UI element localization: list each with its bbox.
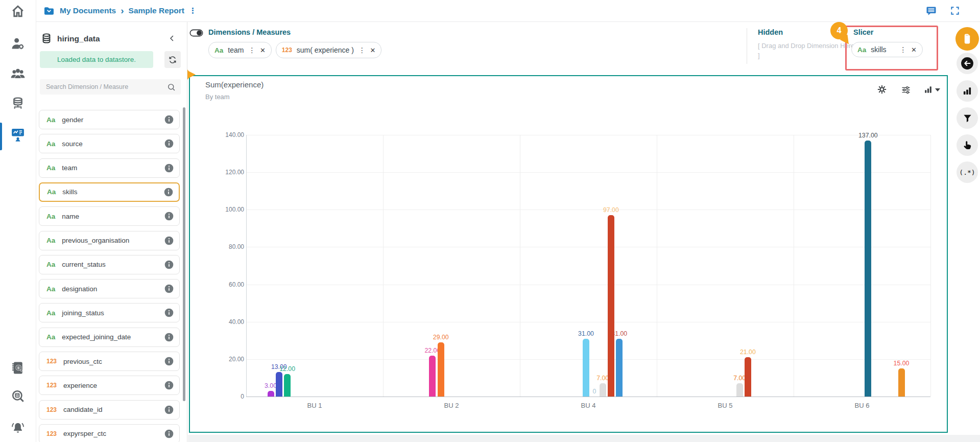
chip-team[interactable]: Aa team ⋮ ✕ [208,42,272,58]
field-item-skills[interactable]: Aaskills [39,182,180,202]
field-item-expyrsper_ctc[interactable]: 123expyrsper_ctc [39,424,180,442]
field-label: team [62,164,157,172]
bar-BU4-7.00[interactable] [600,383,606,397]
sidebar-item-datastores[interactable] [0,97,36,111]
bar-BU1-13.00[interactable] [276,372,282,397]
refresh-button[interactable] [164,51,181,68]
field-item-candidate_id[interactable]: 123candidate_id [39,400,180,420]
back-button[interactable] [957,53,978,74]
bar-BU5-21.00[interactable] [745,357,751,397]
slicer-chip-skills[interactable]: Aa skills ⋮ ✕ [851,42,923,57]
gridline [246,135,930,135]
breadcrumb-root[interactable]: My Documents [60,6,116,15]
folder-icon[interactable] [43,5,55,17]
sidebar-item-user-groups[interactable] [0,66,36,81]
chip-close-icon[interactable]: ✕ [911,46,917,54]
chart-widgets-button[interactable] [957,80,978,102]
chip-sum-experience[interactable]: 123 sum( experience ) ⋮ ✕ [276,42,381,58]
bar-BU2-22.00[interactable] [429,356,436,397]
info-icon[interactable] [164,380,174,390]
sidebar-item-search-datastore[interactable] [0,389,36,403]
collapse-panel-icon[interactable] [168,34,177,43]
chip-kebab-icon[interactable]: ⋮ [900,45,907,54]
bar-value-label: 21.00 [731,348,764,356]
field-item-team[interactable]: Aateam [39,158,180,178]
bar-BU5-7.00[interactable] [736,383,743,397]
gridline [383,135,384,397]
bar-chart-icon [962,86,972,96]
chip-close-icon[interactable]: ✕ [370,46,375,54]
chart-widget[interactable]: Sum(experience) By team 020.0040.0060.00… [189,75,948,433]
active-item-indicator [0,123,2,150]
gridline [246,322,930,322]
field-type-badge: Aa [46,116,55,124]
y-axis-tick-label: 40.00 [210,318,244,325]
info-icon[interactable] [164,138,174,149]
bar-BU4-31.00[interactable] [583,339,589,397]
info-icon[interactable] [163,187,174,197]
y-axis-tick-label: 140.00 [210,131,244,138]
bar-BU6-137.00[interactable] [865,141,871,397]
sidebar-item-home[interactable] [0,5,36,18]
bar-BU4-31.00[interactable] [616,339,623,397]
sidebar-item-reports[interactable] [0,127,36,142]
field-item-designation[interactable]: Aadesignation [39,279,180,298]
filters-button[interactable] [957,107,978,129]
fullscreen-icon[interactable] [950,6,960,16]
info-icon[interactable] [164,332,174,342]
field-item-name[interactable]: Aaname [39,206,180,226]
field-item-previous_ctc[interactable]: 123previous_ctc [39,352,180,371]
info-icon[interactable] [164,284,174,294]
status-message: Loaded data to datastore. [57,56,136,63]
bar-value-label: 137.00 [852,132,885,139]
chip-kebab-icon[interactable]: ⋮ [248,46,255,54]
sidebar-item-data-explorer[interactable] [0,360,36,376]
gridline [657,135,657,397]
info-icon[interactable] [164,405,174,415]
info-icon[interactable] [164,308,174,318]
pointer-tool-button[interactable] [957,134,978,156]
widget-filter-sliders-icon[interactable] [901,85,911,95]
field-list-scrollbar[interactable] [183,107,185,401]
widget-settings-gear-icon[interactable] [877,84,887,95]
info-icon[interactable] [164,260,174,270]
chart-type-dropdown[interactable] [923,85,940,95]
report-menu-kebab-icon[interactable]: ⋮ [189,6,197,15]
dimension-chip-row: Aa team ⋮ ✕ 123 sum( experience ) ⋮ ✕ [208,42,381,58]
search-icon[interactable] [167,83,176,91]
regex-tool-button[interactable]: (.*) [957,161,978,183]
info-icon[interactable] [164,356,174,366]
field-item-experience[interactable]: 123experience [39,376,180,395]
hidden-dropzone[interactable]: [ Drag and Drop Dimension Here ] [758,41,855,60]
comments-icon[interactable] [925,5,938,17]
info-icon[interactable] [164,114,174,125]
info-icon[interactable] [164,163,174,173]
field-label: previous_organisation [62,237,157,244]
field-item-current_status[interactable]: Aacurrent_status [39,255,180,274]
field-type-badge: 123 [46,406,57,413]
breadcrumb-current[interactable]: Sample Report [129,6,184,15]
field-type-badge: Aa [46,237,55,244]
field-item-expected_joining_date[interactable]: Aaexpected_joining_date [39,328,180,347]
info-icon[interactable] [164,211,174,221]
info-icon[interactable] [164,429,174,439]
datastore-card-button[interactable] [955,27,979,51]
builder-toggle[interactable] [189,29,203,37]
bar-BU6-15.00[interactable] [898,368,905,397]
breadcrumb-separator-icon: › [121,6,124,15]
sidebar-item-notifications[interactable] [0,421,36,435]
field-item-source[interactable]: Aasource [39,134,180,153]
field-item-gender[interactable]: Aagender [39,110,180,129]
field-item-joining_status[interactable]: Aajoining_status [39,303,180,322]
bar-BU4-97.00[interactable] [608,215,614,397]
bar-BU1-12.00[interactable] [284,374,291,397]
field-search-input[interactable] [45,83,167,91]
info-icon[interactable] [164,236,174,246]
bar-BU2-29.00[interactable] [438,342,444,397]
field-item-previous_organisation[interactable]: Aaprevious_organisation [39,231,180,250]
chip-close-icon[interactable]: ✕ [260,46,266,54]
sidebar-item-account-settings[interactable] [0,36,36,51]
bar-BU1-3.00[interactable] [268,391,274,397]
field-label: previous_ctc [63,358,157,365]
chip-kebab-icon[interactable]: ⋮ [358,46,366,54]
